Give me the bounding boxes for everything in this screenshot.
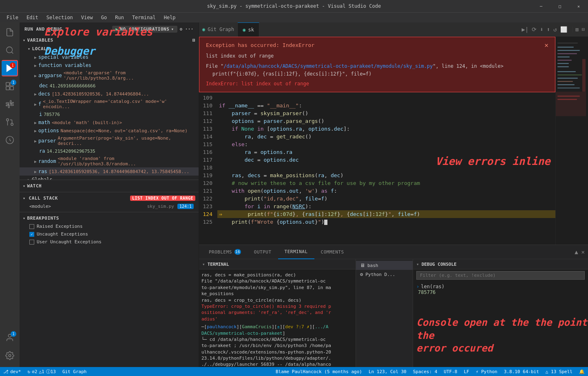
variables-expand-icon[interactable]: ⊞ <box>192 38 195 43</box>
code-line-125: print(f"Wrote {options.out}") <box>217 218 555 226</box>
layout-btn[interactable]: ▤ <box>576 27 579 32</box>
var-parser[interactable]: ▶ parser ArgumentParser(prog='sky_sin', … <box>20 135 199 147</box>
maximize-button[interactable]: □ <box>550 0 569 12</box>
var-i[interactable]: i 785776 <box>20 110 199 118</box>
bp-uncaught-exceptions[interactable]: ✓ Uncaught Exceptions <box>20 230 199 238</box>
status-blame[interactable]: Blame PaulHancock (5 months ago) <box>272 367 365 376</box>
exception-close-button[interactable]: ✕ <box>544 41 548 49</box>
window-controls: ─ □ ✕ <box>532 0 588 12</box>
activity-settings[interactable] <box>2 347 18 364</box>
close-button[interactable]: ✕ <box>569 0 588 12</box>
tab-bar: ◉ Git Graph ◉ sk ▶| ⟳ ⬇ ⬆ ↺ ⬜ ▤ ⊟ <box>199 22 588 37</box>
code-area[interactable]: 109 110 111 112 113 114 115 116 117 118 … <box>199 92 555 245</box>
debug-arrow-row: › len(ras) <box>416 284 585 289</box>
var-random[interactable]: ▶ random <module 'random' from '/usr/lib… <box>20 155 199 167</box>
watch-header[interactable]: ▾ WATCH <box>20 182 199 190</box>
menu-go[interactable]: Go <box>98 14 110 21</box>
call-stack-header[interactable]: ▾ CALL STACK list index out of range <box>20 194 199 202</box>
activity-explorer[interactable] <box>2 24 18 40</box>
status-eol[interactable]: LF <box>460 367 472 376</box>
debug-filter-input[interactable] <box>416 271 585 280</box>
code-line-109 <box>217 94 555 102</box>
debug-step-out-btn[interactable]: ⬆ <box>547 26 550 33</box>
terminal-line: ./../debugpy/launcher 56839 -- /data/alp… <box>201 361 353 367</box>
var-ra[interactable]: ra 14.215420962967535 <box>20 147 199 155</box>
var-options[interactable]: ▶ options Namespace(dec=None, out='catal… <box>20 127 199 135</box>
status-spaces[interactable]: Spaces: 4 <box>410 367 441 376</box>
var-argparse[interactable]: ▶ argparse <module 'argparse' from '/usr… <box>20 69 199 82</box>
activity-bottom: 1 <box>2 329 18 367</box>
activity-testing[interactable] <box>2 96 18 112</box>
tab-sk[interactable]: sk <box>248 27 254 33</box>
debug-restart-btn[interactable]: ↺ <box>553 26 557 33</box>
status-errors[interactable]: ↻ ⊘2 △1 ⓘ13 <box>24 367 59 376</box>
terminal-python[interactable]: ⚙ Python D... <box>356 270 413 279</box>
var-f[interactable]: ▶ f <_io.TextIOWrapper name='catalog.csv… <box>20 98 199 110</box>
var-dec[interactable]: dec 41.26916666666666 <box>20 82 199 90</box>
menu-help[interactable]: Help <box>161 14 179 21</box>
more-icon[interactable]: ··· <box>185 27 194 32</box>
status-git-graph[interactable]: Git Graph <box>59 367 90 376</box>
var-math[interactable]: ▶ math <module 'math' (built-in)> <box>20 118 199 127</box>
panel-maximize-btn[interactable]: ▲ <box>575 249 578 255</box>
minimize-button[interactable]: ─ <box>532 0 550 12</box>
status-encoding[interactable]: UTF-8 <box>440 367 460 376</box>
menu-edit[interactable]: Edit <box>23 14 42 21</box>
panel-close-btn[interactable]: ✕ <box>581 249 585 255</box>
menu-selection[interactable]: Selection <box>43 14 76 21</box>
window-title: sky_sim.py - symmetrical-octo-parakeet -… <box>207 3 381 9</box>
line-numbers: 109 110 111 112 113 114 115 116 117 118 … <box>199 94 217 245</box>
code-line-121: with open(options.out, 'w') as f: <box>217 187 555 195</box>
var-ras[interactable]: ▶ ras [13.42836105920536, 14.87444968047… <box>20 167 199 176</box>
locals-header[interactable]: ▾ Locals <box>20 44 199 53</box>
activity-accounts[interactable]: 1 <box>2 329 18 346</box>
menu-run[interactable]: Run <box>112 14 127 21</box>
var-special-variables[interactable]: ▶ special variables <box>20 53 199 61</box>
call-stack-item[interactable]: <module> sky_sim.py 124:1 <box>20 202 199 210</box>
activity-search[interactable] <box>2 42 18 58</box>
gear-icon[interactable]: ⚙ <box>180 27 183 32</box>
activity-git[interactable] <box>2 114 18 130</box>
bp-user-uncaught-exceptions[interactable]: User Uncaught Exceptions <box>20 238 199 246</box>
var-globals[interactable]: ▶ Globals <box>20 176 199 180</box>
svg-rect-17 <box>557 57 570 58</box>
status-notifications[interactable]: 🔔 <box>576 367 588 376</box>
debug-continue-btn[interactable]: ▶| <box>522 26 528 33</box>
terminal-bash[interactable]: 🖥 bash <box>356 261 413 270</box>
var-decs[interactable]: ▶ decs [13.42836105920536, 14.8744496804… <box>20 90 199 98</box>
status-language[interactable]: ⚡ Python <box>473 367 501 376</box>
tab-git-graph[interactable]: Git Graph <box>208 27 234 32</box>
exception-file-link[interactable]: /data/alpha/hancock/ADACS/symmetrical-oc… <box>223 63 433 69</box>
debug-input-line: len(ras) <box>421 284 444 289</box>
tab-terminal[interactable]: TERMINAL <box>278 245 314 259</box>
debug-stop-btn[interactable]: ⬜ <box>560 26 567 33</box>
bp-raised-exceptions[interactable]: Raised Exceptions <box>20 222 199 230</box>
debug-console-header: ▾ DEBUG CONSOLE <box>413 259 588 269</box>
debug-step-over-btn[interactable]: ⟳ <box>532 26 537 33</box>
panel-split-btn[interactable]: ⊟ <box>582 27 585 32</box>
menu-terminal[interactable]: Terminal <box>129 14 159 21</box>
tab-comments[interactable]: COMMENTS <box>314 245 351 259</box>
terminal-content[interactable]: ras, decs = make_positions(ra, dec) File… <box>199 269 356 367</box>
breakpoints-header[interactable]: ▾ BREAKPOINTS <box>20 214 199 222</box>
status-left: ⎇ dev* ↻ ⊘2 △1 ⓘ13 Git Graph <box>0 367 90 376</box>
terminal-line: 23.14.0/pythonFiles/lib/python/debugpy/a… <box>201 355 353 361</box>
status-cursor-pos[interactable]: Ln 123, Col 30 <box>365 367 410 376</box>
code-editor[interactable]: Exception has occurred: IndexError ✕ lis… <box>199 37 555 245</box>
svg-rect-22 <box>557 75 582 76</box>
debug-step-into-btn[interactable]: ⬇ <box>540 26 543 33</box>
tab-problems[interactable]: PROBLEMS 16 <box>202 245 248 259</box>
activity-remote[interactable] <box>2 132 18 148</box>
activity-debug[interactable]: 1 <box>2 60 18 76</box>
var-function-variables[interactable]: ▶ function variables <box>20 61 199 69</box>
exception-title: Exception has occurred: IndexError <box>206 42 314 48</box>
activity-extensions[interactable]: 1 <box>2 78 18 94</box>
no-configurations-dropdown[interactable]: ▶ No Configurations ▾ <box>112 26 177 33</box>
variables-section-header[interactable]: ▾ VARIABLES ⊞ <box>20 36 199 44</box>
status-spell[interactable]: △ 13 Spell <box>542 367 576 376</box>
menu-file[interactable]: File <box>3 14 22 21</box>
status-branch[interactable]: ⎇ dev* <box>0 367 24 376</box>
tab-output[interactable]: OUTPUT <box>248 245 278 259</box>
status-python-version[interactable]: 3.8.10 64-bit <box>501 367 542 376</box>
menu-view[interactable]: View <box>78 14 96 21</box>
